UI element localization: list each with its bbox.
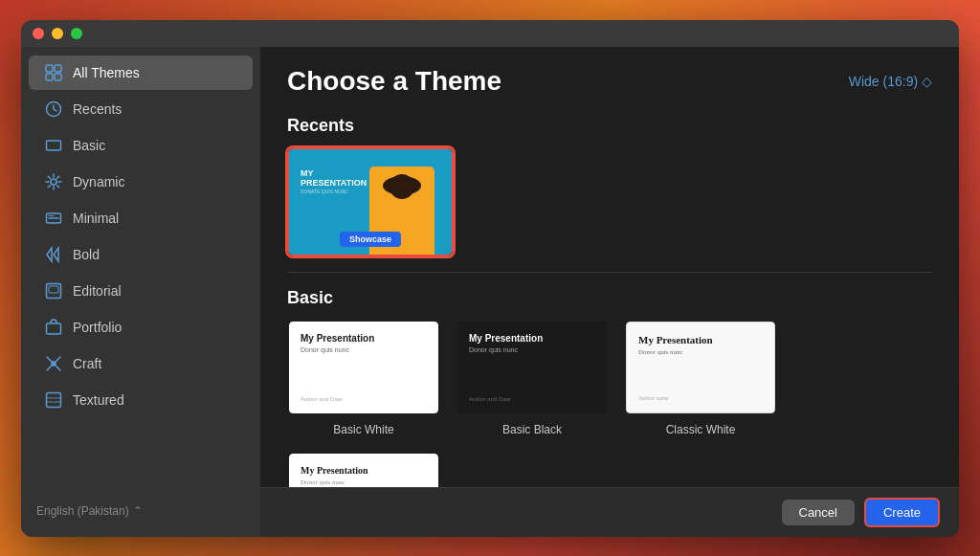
aspect-ratio-selector[interactable]: Wide (16:9) ◇ xyxy=(849,74,932,89)
sidebar-item-textured[interactable]: Textured xyxy=(29,383,253,417)
all-themes-icon xyxy=(44,63,63,82)
theme-card-white[interactable]: My Presentation Donor quis nunc Author n… xyxy=(287,452,440,487)
theme-card-basic-white[interactable]: My Presentation Donor quis nunc Author a… xyxy=(287,320,440,436)
app-window: All Themes Recents Basic xyxy=(21,20,959,537)
basic-black-thumbnail[interactable]: My Presentation Donor quis nunc Author a… xyxy=(456,320,609,415)
sidebar-label-dynamic: Dynamic xyxy=(73,174,124,189)
language-selector[interactable]: English (Pakistan) ⌃ xyxy=(21,493,260,529)
classic-white-sub: Donor quis nunc xyxy=(638,348,763,356)
person-hair xyxy=(383,176,421,195)
svg-marker-18 xyxy=(47,248,52,261)
svg-rect-3 xyxy=(55,74,61,80)
svg-rect-0 xyxy=(46,65,53,72)
cancel-button[interactable]: Cancel xyxy=(782,500,855,525)
textured-icon xyxy=(44,390,63,410)
fullscreen-button[interactable] xyxy=(71,28,82,39)
basic-black-sub: Donor quis nunc xyxy=(469,346,595,353)
classic-white-label: Classic White xyxy=(666,423,736,436)
basic-white-bottom: Author and Date xyxy=(301,396,427,402)
themes-scroll-area[interactable]: Recents MYPRESENTATION Donate quis nunc xyxy=(260,108,959,487)
theme-card-basic-black[interactable]: My Presentation Donor quis nunc Author a… xyxy=(456,320,609,436)
sidebar-item-all-themes[interactable]: All Themes xyxy=(29,56,253,90)
showcase-title-text: MYPRESENTATION Donate quis nunc xyxy=(301,168,367,195)
minimize-button[interactable] xyxy=(52,28,63,39)
showcase-thumbnail[interactable]: MYPRESENTATION Donate quis nunc Showcase xyxy=(287,147,454,256)
basic-white-preview: My Presentation Donor quis nunc Author a… xyxy=(289,322,438,413)
sidebar-label-all-themes: All Themes xyxy=(73,65,140,80)
basic-white-label: Basic White xyxy=(333,423,393,436)
sidebar-item-portfolio[interactable]: Portfolio xyxy=(29,310,253,345)
white-title: My Presentation xyxy=(301,465,427,476)
close-button[interactable] xyxy=(33,28,44,39)
classic-white-bottom: Author name xyxy=(638,395,763,401)
showcase-sub-text: Donate quis nunc xyxy=(301,189,367,194)
aspect-ratio-label: Wide (16:9) ◇ xyxy=(849,74,932,89)
basic-black-preview: My Presentation Donor quis nunc Author a… xyxy=(457,322,607,413)
sidebar-label-recents: Recents xyxy=(73,101,122,117)
svg-rect-21 xyxy=(49,286,58,293)
dynamic-icon xyxy=(44,172,63,191)
classic-white-preview: My Presentation Donor quis nunc Author n… xyxy=(626,322,775,413)
recents-icon xyxy=(44,100,63,119)
theme-card-showcase[interactable]: MYPRESENTATION Donate quis nunc Showcase xyxy=(287,147,454,256)
basic-black-title: My Presentation xyxy=(469,333,595,344)
showcase-preview: MYPRESENTATION Donate quis nunc Showcase xyxy=(289,149,452,255)
svg-marker-19 xyxy=(54,248,58,261)
basic-black-label: Basic Black xyxy=(502,423,562,436)
sidebar-item-bold[interactable]: Bold xyxy=(29,237,253,272)
svg-rect-2 xyxy=(46,74,53,80)
basic-white-sub: Donor quis nunc xyxy=(301,346,427,353)
svg-point-6 xyxy=(51,179,56,185)
theme-card-classic-white[interactable]: My Presentation Donor quis nunc Author n… xyxy=(624,320,777,436)
create-button[interactable]: Create xyxy=(864,498,940,527)
sidebar: All Themes Recents Basic xyxy=(21,47,260,537)
titlebar xyxy=(21,20,959,47)
basic-icon xyxy=(44,136,63,155)
sidebar-label-craft: Craft xyxy=(73,356,101,371)
basic-grid: My Presentation Donor quis nunc Author a… xyxy=(287,320,932,487)
sidebar-label-editorial: Editorial xyxy=(73,283,122,299)
sidebar-label-portfolio: Portfolio xyxy=(73,320,122,335)
sidebar-item-dynamic[interactable]: Dynamic xyxy=(29,165,253,199)
basic-white-title: My Presentation xyxy=(301,333,427,344)
basic-white-thumbnail[interactable]: My Presentation Donor quis nunc Author a… xyxy=(287,320,440,415)
showcase-badge: Showcase xyxy=(340,232,401,247)
white-sub: Donor quis nunc xyxy=(301,478,427,486)
sidebar-item-recents[interactable]: Recents xyxy=(29,92,253,126)
language-arrow: ⌃ xyxy=(133,504,143,518)
minimal-icon xyxy=(44,209,63,228)
portfolio-icon xyxy=(44,318,63,337)
basic-section-title: Basic xyxy=(287,288,932,308)
white-thumbnail[interactable]: My Presentation Donor quis nunc Author n… xyxy=(287,452,440,487)
white-preview: My Presentation Donor quis nunc Author n… xyxy=(289,454,438,487)
svg-rect-26 xyxy=(47,392,61,407)
sidebar-label-basic: Basic xyxy=(73,138,105,153)
sidebar-label-minimal: Minimal xyxy=(73,211,119,226)
sidebar-item-minimal[interactable]: Minimal xyxy=(29,201,253,235)
bold-icon xyxy=(44,245,63,264)
editorial-icon xyxy=(44,281,63,300)
sidebar-item-basic[interactable]: Basic xyxy=(29,128,253,163)
svg-rect-1 xyxy=(55,65,61,72)
svg-rect-5 xyxy=(47,141,61,150)
svg-line-14 xyxy=(57,176,59,178)
basic-black-bottom: Author and Date xyxy=(469,396,595,402)
craft-icon xyxy=(44,354,63,373)
classic-white-title: My Presentation xyxy=(638,334,763,345)
section-divider-basic xyxy=(287,272,932,273)
svg-line-11 xyxy=(48,176,50,178)
recents-grid: MYPRESENTATION Donate quis nunc Showcase xyxy=(287,147,932,256)
sidebar-label-bold: Bold xyxy=(73,247,100,262)
language-label: English (Pakistan) xyxy=(36,504,129,518)
sidebar-item-editorial[interactable]: Editorial xyxy=(29,274,253,308)
classic-white-thumbnail[interactable]: My Presentation Donor quis nunc Author n… xyxy=(624,320,777,415)
main-panel: Choose a Theme Wide (16:9) ◇ Recents MYP xyxy=(260,47,959,537)
sidebar-item-craft[interactable]: Craft xyxy=(29,346,253,381)
content-area: All Themes Recents Basic xyxy=(21,47,959,537)
svg-line-12 xyxy=(57,185,59,187)
main-header: Choose a Theme Wide (16:9) ◇ xyxy=(260,47,959,108)
recents-section-title: Recents xyxy=(287,116,932,136)
svg-rect-22 xyxy=(47,323,61,334)
footer: Cancel Create xyxy=(260,487,959,537)
sidebar-label-textured: Textured xyxy=(73,392,124,408)
